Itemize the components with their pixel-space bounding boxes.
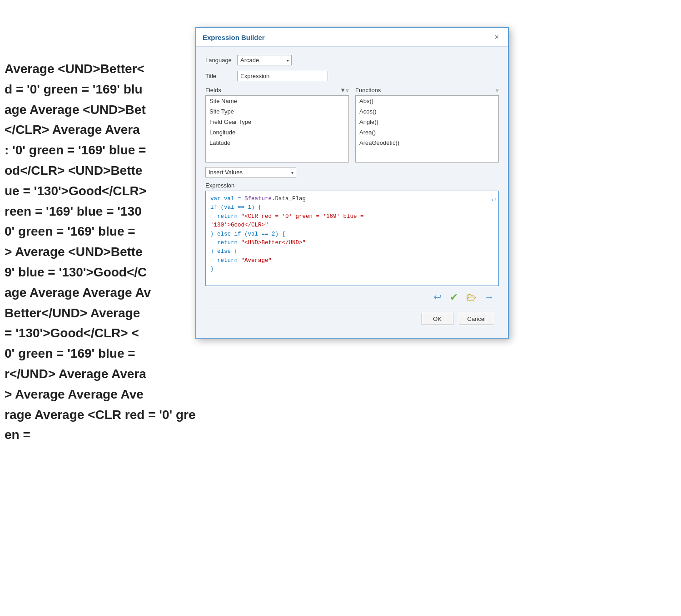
fields-panel-header: Fields ▼▿ <box>205 87 349 94</box>
expression-editor[interactable]: ↵ var val = $feature.Data_Flagif (val ==… <box>205 191 499 286</box>
field-item-longitude[interactable]: Longitude <box>206 127 348 138</box>
title-input[interactable] <box>237 71 328 81</box>
ok-button[interactable]: OK <box>422 313 453 325</box>
open-file-icon[interactable]: 🗁 <box>466 291 476 303</box>
functions-filter-icon[interactable]: ▿ <box>496 87 499 94</box>
title-row: Title <box>205 71 499 81</box>
language-select-wrapper: Arcade SQL Python ▾ <box>237 55 292 65</box>
language-row: Language Arcade SQL Python ▾ <box>205 55 499 65</box>
expression-section-label: Expression <box>205 182 499 189</box>
run-icon[interactable]: → <box>484 291 494 303</box>
function-item-acos[interactable]: Acos() <box>356 106 498 117</box>
functions-panel-header: Functions ▿ <box>355 87 499 94</box>
fields-label: Fields <box>205 87 221 94</box>
field-item-latitude[interactable]: Latitude <box>206 138 348 148</box>
undo-icon[interactable]: ↩ <box>433 291 442 303</box>
language-label: Language <box>205 57 237 64</box>
title-label: Title <box>205 73 237 79</box>
dialog-titlebar: Expression Builder × <box>196 28 508 47</box>
dialog-body: Language Arcade SQL Python ▾ Title Field… <box>196 47 508 338</box>
dialog-title: Expression Builder <box>203 34 265 41</box>
toolbar-row: ↩ ✔ 🗁 → <box>205 286 499 308</box>
insert-values-row: Insert Values ▾ <box>205 167 499 177</box>
field-item-site-type[interactable]: Site Type <box>206 106 348 117</box>
insert-values-wrapper: Insert Values ▾ <box>205 167 296 177</box>
function-item-area[interactable]: Area() <box>356 127 498 138</box>
panels-row: Fields ▼▿ Site Name Site Type Field Gear… <box>205 87 499 163</box>
functions-panel: Functions ▿ Abs() Acos() Angle() Area() … <box>355 87 499 163</box>
fields-filter-icon[interactable]: ▼▿ <box>340 87 349 94</box>
wrap-icon: ↵ <box>492 195 496 205</box>
verify-icon[interactable]: ✔ <box>450 291 458 303</box>
functions-list-box[interactable]: Abs() Acos() Angle() Area() AreaGeodetic… <box>355 95 499 163</box>
fields-panel: Fields ▼▿ Site Name Site Type Field Gear… <box>205 87 349 163</box>
background-text: Average <UND>Better<d = '0' green = '169… <box>0 0 200 616</box>
expression-builder-dialog: Expression Builder × Language Arcade SQL… <box>195 27 509 339</box>
functions-label: Functions <box>355 87 381 94</box>
close-button[interactable]: × <box>492 33 502 42</box>
function-item-areageodetic[interactable]: AreaGeodetic() <box>356 138 498 148</box>
function-item-angle[interactable]: Angle() <box>356 117 498 127</box>
field-item-site-name[interactable]: Site Name <box>206 96 348 106</box>
insert-values-select[interactable]: Insert Values <box>205 167 296 177</box>
field-item-field-gear-type[interactable]: Field Gear Type <box>206 117 348 127</box>
footer-row: OK Cancel <box>205 309 499 331</box>
cancel-button[interactable]: Cancel <box>459 313 494 325</box>
function-item-abs[interactable]: Abs() <box>356 96 498 106</box>
fields-list-box[interactable]: Site Name Site Type Field Gear Type Long… <box>205 95 349 163</box>
language-select[interactable]: Arcade SQL Python <box>237 55 292 65</box>
